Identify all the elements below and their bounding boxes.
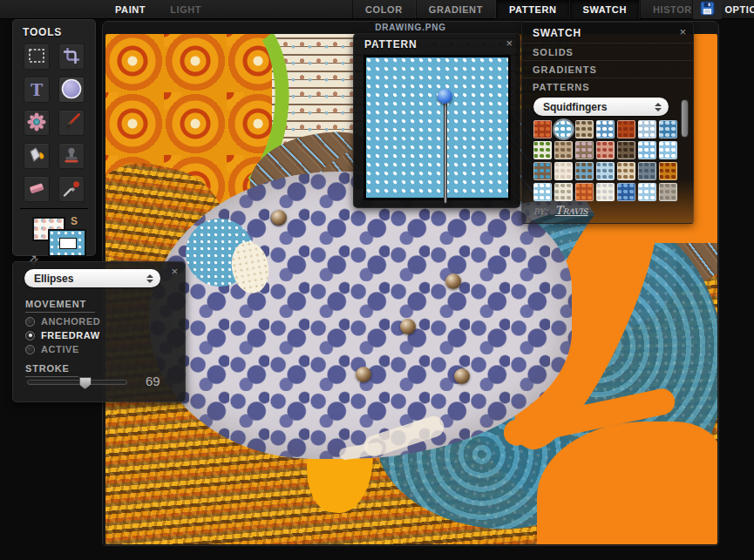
pattern-swatch[interactable] xyxy=(659,183,677,201)
pattern-swatch[interactable] xyxy=(638,141,656,159)
save-button[interactable] xyxy=(692,0,722,19)
pattern-swatch[interactable] xyxy=(575,141,594,159)
tool-button-brush[interactable] xyxy=(58,110,85,136)
close-icon[interactable]: × xyxy=(506,38,513,49)
menu-item-color[interactable]: COLOR xyxy=(352,0,416,19)
pattern-swatch[interactable] xyxy=(638,120,656,138)
menu-item-swatch[interactable]: SWATCH xyxy=(570,0,640,19)
pattern-swatch[interactable] xyxy=(596,120,615,138)
kaleidoscope-icon xyxy=(26,111,47,135)
swatch-panel: SWATCH × SOLIDSGRADIENTSPATTERNS Squidfi… xyxy=(521,22,694,224)
pattern-swatch[interactable] xyxy=(575,183,594,201)
tools-panel: TOOLS T xyxy=(12,19,96,256)
dropdown-stepper-icon xyxy=(655,103,662,111)
tools-panel-title: TOOLS xyxy=(13,20,95,42)
movement-radio-group: ANCHOREDFREEDRAWACTIVE xyxy=(25,316,100,354)
eraser-icon xyxy=(26,178,47,201)
floppy-disk-icon xyxy=(699,0,716,19)
pattern-scale-slider-track[interactable] xyxy=(444,98,447,204)
tool-options-panel: Ellipses × MOVEMENT ANCHOREDFREEDRAWACTI… xyxy=(12,261,186,402)
tool-button-stamp[interactable] xyxy=(58,143,85,169)
tool-button-ellipse[interactable] xyxy=(58,77,85,103)
pattern-swatch[interactable] xyxy=(554,141,573,159)
pattern-preview[interactable] xyxy=(363,55,511,200)
swatch-panel-title: SWATCH xyxy=(522,23,693,43)
pattern-swatch[interactable] xyxy=(617,162,635,180)
radio-button-icon[interactable] xyxy=(25,317,35,327)
radio-option-anchored[interactable]: ANCHORED xyxy=(25,316,100,327)
radio-button-icon[interactable] xyxy=(25,331,35,341)
movement-section-label: MOVEMENT xyxy=(25,299,95,313)
radio-label: FREEDRAW xyxy=(41,330,100,341)
pattern-swatch[interactable] xyxy=(533,162,552,180)
tool-button-text[interactable]: T xyxy=(24,77,50,103)
pattern-panel: PATTERN × xyxy=(353,33,520,208)
pattern-swatch[interactable] xyxy=(596,141,615,159)
close-icon[interactable]: × xyxy=(679,27,686,37)
pattern-swatch[interactable] xyxy=(533,120,552,138)
pattern-swatch[interactable] xyxy=(596,162,615,180)
radio-label: ANCHORED xyxy=(41,316,100,327)
close-icon[interactable]: × xyxy=(171,267,178,277)
menu-item-pattern[interactable]: PATTERN xyxy=(496,0,570,19)
author-credit: by:Travis xyxy=(533,204,588,217)
canvas-art-mosaic-blob xyxy=(149,172,572,459)
stroke-slider[interactable] xyxy=(27,380,127,385)
radio-button-icon[interactable] xyxy=(25,345,35,354)
brush-icon xyxy=(61,111,82,135)
by-label: by: xyxy=(533,204,548,217)
pattern-swatch[interactable] xyxy=(533,183,552,201)
pattern-swatch-selected[interactable] xyxy=(554,120,573,138)
pattern-swatch[interactable] xyxy=(659,162,677,180)
stroke-pattern-swatch[interactable] xyxy=(48,229,86,257)
collection-dropdown[interactable]: Squidfingers xyxy=(533,98,669,116)
pattern-swatch[interactable] xyxy=(638,162,656,180)
pattern-swatch[interactable] xyxy=(617,141,635,159)
radio-option-active[interactable]: ACTIVE xyxy=(25,344,100,354)
dropdown-stepper-icon xyxy=(146,274,153,283)
tool-button-crop[interactable] xyxy=(58,44,85,70)
author-link[interactable]: Travis xyxy=(555,204,588,217)
pattern-swatch[interactable] xyxy=(596,183,615,201)
pattern-swatch[interactable] xyxy=(659,120,677,138)
tool-button-fill-bucket[interactable] xyxy=(24,143,50,169)
tool-button-eraser[interactable] xyxy=(24,176,50,202)
pattern-swatch[interactable] xyxy=(575,120,594,138)
pattern-scale-slider-handle[interactable] xyxy=(438,89,452,104)
radio-label: ACTIVE xyxy=(41,344,79,354)
pattern-swatch[interactable] xyxy=(533,141,552,159)
canvas-art-pearl xyxy=(400,319,416,334)
tool-button-eyedropper[interactable] xyxy=(58,176,85,202)
pattern-swatch[interactable] xyxy=(659,141,677,159)
ellipse-tool-icon xyxy=(60,78,83,103)
stamp-icon xyxy=(61,145,82,168)
pattern-swatch[interactable] xyxy=(638,183,656,201)
swatch-grid xyxy=(533,120,683,201)
tools-grid: T xyxy=(13,42,95,202)
pattern-swatch[interactable] xyxy=(554,183,573,201)
pattern-swatch[interactable] xyxy=(617,183,635,201)
tool-button-kaleidoscope[interactable] xyxy=(24,110,50,136)
menu-item-light[interactable]: LIGHT xyxy=(158,0,214,19)
swatch-section-solids[interactable]: SOLIDS xyxy=(522,43,693,60)
stroke-slider-handle[interactable] xyxy=(79,377,92,389)
stroke-value: 69 xyxy=(146,374,160,388)
swatch-section-patterns[interactable]: PATTERNS xyxy=(522,78,693,95)
pattern-swatch[interactable] xyxy=(554,162,573,180)
pattern-swatch[interactable] xyxy=(575,162,594,180)
radio-option-freedraw[interactable]: FREEDRAW xyxy=(25,330,100,341)
tool-select-dropdown[interactable]: Ellipses xyxy=(24,269,160,287)
pattern-swatch[interactable] xyxy=(617,120,635,138)
canvas-art-pearl xyxy=(356,367,371,382)
tool-button-marquee-select[interactable] xyxy=(24,44,50,70)
swatch-sections: SOLIDSGRADIENTSPATTERNS xyxy=(522,43,693,95)
menu-item-paint[interactable]: PAINT xyxy=(103,0,158,19)
swatch-section-gradients[interactable]: GRADIENTS xyxy=(522,60,693,78)
tools-separator xyxy=(20,208,88,209)
fill-bucket-icon xyxy=(26,145,47,168)
menu-item-gradient[interactable]: GRADIENT xyxy=(416,0,496,19)
top-menu-bar: PAINTLIGHT COLORGRADIENTPATTERNSWATCHHIS… xyxy=(0,0,754,19)
marquee-select-icon xyxy=(26,45,47,69)
collection-value: Squidfingers xyxy=(543,101,655,113)
eyedropper-icon xyxy=(61,178,82,201)
